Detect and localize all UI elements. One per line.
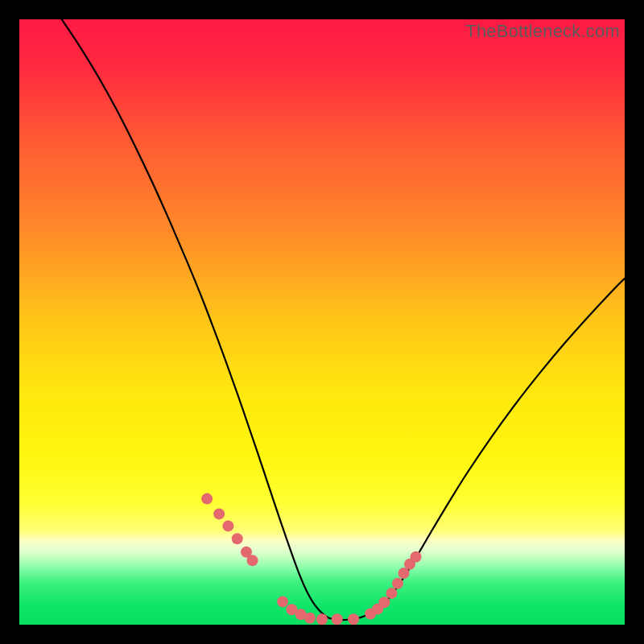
sample-point [378,597,390,608]
sample-point [277,596,288,607]
sample-point [304,613,316,624]
sample-point [247,555,258,566]
sample-point [348,613,359,625]
sample-point [411,551,422,563]
outer-black-frame: TheBottleneck.com [0,0,644,644]
sample-point [222,520,233,531]
bottleneck-chart [19,19,625,625]
gradient-background [19,19,625,625]
sample-point [392,578,403,589]
plot-area: TheBottleneck.com [19,19,625,625]
sample-point [386,588,397,599]
sample-point [232,533,243,544]
watermark-text: TheBottleneck.com [465,21,620,42]
sample-point [316,613,328,625]
sample-point [201,493,213,505]
sample-point [213,508,225,519]
sample-point [332,613,343,625]
